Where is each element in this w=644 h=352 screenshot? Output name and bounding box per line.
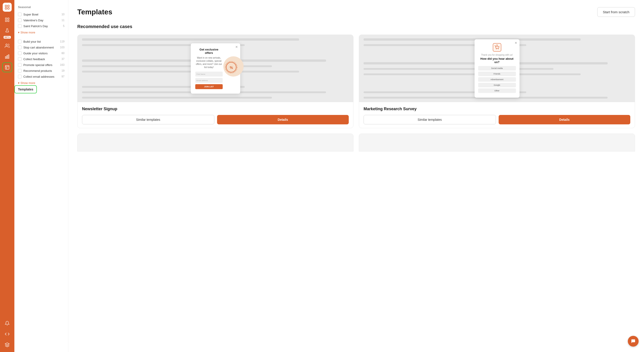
filter-label-collect-emails: Collect email addresses	[23, 75, 54, 78]
survey-option-advertisement[interactable]: Advertisement	[478, 77, 516, 82]
chevron-down-icon-2: ▾	[18, 81, 20, 85]
card-preview-survey: ✕ Thank you for shopping with us! How di…	[359, 35, 635, 102]
svg-rect-3	[8, 8, 9, 9]
popup-subtitle-newsletter: Want in on new arrivals, exclusive colla…	[195, 56, 223, 69]
filter-collect-feedback[interactable]: Collect feedback 37	[18, 56, 64, 62]
filter-label-stop-cart: Stop cart abandonment	[23, 46, 54, 49]
code-icon[interactable]	[3, 330, 12, 339]
checkbox-recommend-products[interactable]	[18, 69, 22, 72]
svg-rect-1	[8, 5, 9, 7]
filter-build-list[interactable]: Build your list 119	[18, 39, 64, 44]
checkbox-collect-emails[interactable]	[18, 75, 22, 78]
checkbox-promote-offers[interactable]	[18, 63, 22, 67]
popup-input-email[interactable]: Email address	[195, 78, 223, 83]
page-title: Templates	[77, 8, 112, 16]
filter-label-build-list: Build your list	[23, 40, 41, 43]
checkbox-valentines[interactable]	[18, 18, 22, 22]
filter-count-promote-offers: 163	[60, 63, 64, 66]
bell-icon[interactable]	[3, 319, 12, 328]
survey-thankyou: Thank you for shopping with us!	[478, 54, 516, 56]
filter-count-recommend-products: 19	[62, 69, 64, 72]
filter-super-bowl[interactable]: Super Bowl 10	[18, 11, 64, 17]
filter-label-recommend-products: Recommend products	[23, 69, 52, 72]
svg-rect-12	[6, 65, 9, 69]
filter-label-guide-visitors: Guide your visitors	[23, 52, 48, 55]
popup-close-icon: ✕	[235, 45, 238, 49]
filter-collect-emails[interactable]: Collect email addresses 97	[18, 74, 64, 79]
show-more-seasonal[interactable]: ▾ Show more	[18, 31, 64, 34]
survey-option-other[interactable]: Other	[478, 88, 516, 93]
filter-saint-patricks[interactable]: Saint Patrick's Day 5	[18, 23, 64, 29]
recommended-section-title: Recommended use cases	[77, 24, 635, 29]
survey-popup: ✕ Thank you for shopping with us! How di…	[474, 39, 520, 98]
popup-title-newsletter: Get exclusive offers	[195, 48, 223, 54]
svg-text:%: %	[230, 66, 233, 70]
app-logo	[3, 3, 12, 12]
details-button-newsletter[interactable]: Details	[217, 115, 349, 124]
filter-promote-offers[interactable]: Promote special offers 163	[18, 62, 64, 68]
checkbox-super-bowl[interactable]	[18, 12, 22, 16]
survey-question: How did you hear about us?	[478, 57, 516, 64]
start-from-scratch-button[interactable]: Start from scratch	[597, 7, 635, 17]
chat-button[interactable]	[628, 336, 638, 347]
similar-templates-button-survey[interactable]: Similar templates	[364, 115, 496, 124]
card-bottom-survey: Marketing Research Survey Similar templa…	[359, 102, 635, 128]
filter-label-super-bowl: Super Bowl	[23, 13, 38, 16]
popup-input-firstname[interactable]: First Name	[195, 72, 223, 76]
svg-marker-15	[5, 343, 9, 345]
partial-card-2	[359, 134, 635, 152]
checkbox-guide-visitors[interactable]	[18, 51, 22, 55]
survey-close-icon: ✕	[514, 41, 517, 45]
survey-option-social[interactable]: Social media	[478, 66, 516, 70]
chart-icon[interactable]	[3, 52, 12, 61]
users-icon[interactable]	[3, 41, 12, 50]
svg-point-8	[6, 44, 8, 45]
filter-count-build-list: 119	[60, 40, 64, 43]
show-more-usecases[interactable]: ▾ Show more	[18, 81, 64, 85]
popup-join-btn[interactable]: JOIN LIST	[195, 84, 223, 89]
survey-option-friends[interactable]: Friends	[478, 72, 516, 76]
checkbox-saint-patricks[interactable]	[18, 24, 22, 28]
checkbox-stop-cart[interactable]	[18, 45, 22, 49]
svg-rect-9	[6, 56, 6, 58]
similar-templates-button-newsletter[interactable]: Similar templates	[82, 115, 214, 124]
svg-rect-10	[7, 55, 8, 58]
filter-count-saint-patricks: 5	[63, 24, 64, 28]
filter-label-promote-offers: Promote special offers	[23, 63, 52, 67]
filter-count-valentines: 11	[62, 19, 64, 22]
sidebar: BETA	[0, 0, 14, 352]
svg-rect-2	[5, 8, 7, 9]
checkbox-collect-feedback[interactable]	[18, 57, 22, 61]
svg-rect-4	[6, 18, 7, 19]
filter-valentines[interactable]: Valentine's Day 11	[18, 17, 64, 23]
chevron-down-icon: ▾	[18, 31, 20, 34]
card-actions-newsletter: Similar templates Details	[82, 115, 349, 124]
grid-icon[interactable]	[3, 15, 12, 24]
details-button-survey[interactable]: Details	[498, 115, 630, 124]
filter-label-saint-patricks: Saint Patrick's Day	[23, 24, 48, 28]
card-title-survey: Marketing Research Survey	[364, 107, 630, 111]
filter-recommend-products[interactable]: Recommend products 19	[18, 68, 64, 74]
checkbox-build-list[interactable]	[18, 40, 22, 43]
svg-rect-0	[5, 5, 7, 7]
layers-icon[interactable]	[3, 340, 12, 349]
template-card-survey: ✕ Thank you for shopping with us! How di…	[359, 34, 635, 128]
seasonal-section-title: Seasonal	[18, 5, 64, 9]
filter-count-stop-cart: 103	[60, 46, 64, 49]
filter-count-super-bowl: 10	[62, 13, 64, 16]
filter-guide-visitors[interactable]: Guide your visitors 60	[18, 50, 64, 56]
svg-point-21	[498, 49, 498, 49]
filter-stop-cart[interactable]: Stop cart abandonment 103	[18, 44, 64, 50]
svg-rect-6	[6, 20, 7, 21]
card-actions-survey: Similar templates Details	[364, 115, 630, 124]
filter-label-collect-feedback: Collect feedback	[23, 57, 45, 61]
main-content: Templates Start from scratch Recommended…	[68, 0, 644, 352]
newsletter-popup: ✕ % Get exclusive offers Want in on new	[191, 43, 240, 94]
flask-icon[interactable]	[3, 26, 12, 35]
card-preview-newsletter: ✕ % Get exclusive offers Want in on new	[78, 35, 353, 102]
card-title-newsletter: Newsletter Signup	[82, 107, 349, 111]
survey-option-google[interactable]: Google	[478, 83, 516, 87]
templates-icon[interactable]	[3, 63, 12, 72]
svg-point-20	[496, 49, 496, 49]
svg-rect-5	[8, 18, 9, 19]
